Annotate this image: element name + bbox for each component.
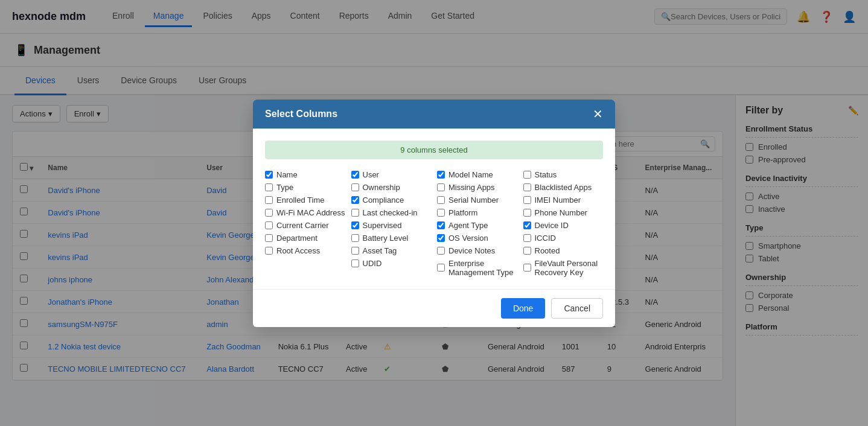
col-group-0: Name Type Enrolled Time Wi-Fi MAC Addres… <box>265 170 345 277</box>
modal-body: 9 columns selected Name Type Enrolled Ti… <box>253 129 615 289</box>
col-group-1: User Ownership Compliance Last checked-i… <box>351 170 432 277</box>
columns-selected-bar: 9 columns selected <box>265 141 603 159</box>
col-blacklisted-checkbox[interactable] <box>523 183 531 191</box>
col-item-blacklisted[interactable]: Blacklisted Apps <box>523 183 604 192</box>
modal-overlay[interactable]: Select Columns ✕ 9 columns selected Name… <box>0 0 868 426</box>
col-item-udid[interactable]: UDID <box>351 259 432 268</box>
col-last-checked-checkbox[interactable] <box>351 209 359 217</box>
col-item-status[interactable]: Status <box>523 170 604 179</box>
col-item-name[interactable]: Name <box>265 170 345 179</box>
col-item-compliance[interactable]: Compliance <box>351 196 432 205</box>
col-item-enrolled-time[interactable]: Enrolled Time <box>265 196 345 205</box>
col-filevault-checkbox[interactable] <box>523 264 531 272</box>
col-device-notes-checkbox[interactable] <box>437 247 445 255</box>
col-item-user[interactable]: User <box>351 170 432 179</box>
modal-title: Select Columns <box>265 109 337 119</box>
modal-header: Select Columns ✕ <box>253 100 615 129</box>
col-item-enterprise-mgmt[interactable]: Enterprise Management Type <box>437 259 517 277</box>
col-item-root-access[interactable]: Root Access <box>265 246 345 255</box>
col-user-checkbox[interactable] <box>351 171 359 179</box>
col-status-checkbox[interactable] <box>523 171 531 179</box>
col-rooted-checkbox[interactable] <box>523 247 531 255</box>
columns-grid: Name Type Enrolled Time Wi-Fi MAC Addres… <box>265 170 603 277</box>
col-item-platform[interactable]: Platform <box>437 208 517 217</box>
col-department-checkbox[interactable] <box>265 234 273 242</box>
col-item-filevault[interactable]: FileVault Personal Recovery Key <box>523 259 604 277</box>
col-type-checkbox[interactable] <box>265 183 273 191</box>
col-enterprise-mgmt-checkbox[interactable] <box>437 264 445 272</box>
col-battery-checkbox[interactable] <box>351 234 359 242</box>
col-item-rooted[interactable]: Rooted <box>523 246 604 255</box>
col-item-last-checked[interactable]: Last checked-in <box>351 208 432 217</box>
col-root-access-checkbox[interactable] <box>265 247 273 255</box>
col-item-device-id[interactable]: Device ID <box>523 221 604 230</box>
col-item-department[interactable]: Department <box>265 234 345 243</box>
col-item-missing-apps[interactable]: Missing Apps <box>437 183 517 192</box>
col-ownership-checkbox[interactable] <box>351 183 359 191</box>
col-current-carrier-checkbox[interactable] <box>265 221 273 229</box>
col-group-2: Model Name Missing Apps Serial Number Pl… <box>437 170 517 277</box>
col-item-phone-number[interactable]: Phone Number <box>523 208 604 217</box>
col-group-3: Status Blacklisted Apps IMEI Number Phon… <box>523 170 604 277</box>
col-udid-checkbox[interactable] <box>351 259 359 267</box>
modal-footer: Done Cancel <box>253 289 615 327</box>
col-wifi-mac-checkbox[interactable] <box>265 209 273 217</box>
col-item-os-version[interactable]: OS Version <box>437 234 517 243</box>
col-phone-number-checkbox[interactable] <box>523 209 531 217</box>
col-item-battery[interactable]: Battery Level <box>351 234 432 243</box>
col-item-supervised[interactable]: Supervised <box>351 221 432 230</box>
col-compliance-checkbox[interactable] <box>351 196 359 204</box>
col-item-iccid[interactable]: ICCID <box>523 234 604 243</box>
col-serial-number-checkbox[interactable] <box>437 196 445 204</box>
done-button[interactable]: Done <box>501 298 545 319</box>
col-missing-apps-checkbox[interactable] <box>437 183 445 191</box>
col-model-name-checkbox[interactable] <box>437 171 445 179</box>
modal-close-button[interactable]: ✕ <box>593 108 603 120</box>
col-item-device-notes[interactable]: Device Notes <box>437 246 517 255</box>
col-item-ownership[interactable]: Ownership <box>351 183 432 192</box>
col-item-agent-type[interactable]: Agent Type <box>437 221 517 230</box>
col-item-wifi-mac[interactable]: Wi-Fi MAC Address <box>265 208 345 217</box>
col-supervised-checkbox[interactable] <box>351 221 359 229</box>
col-asset-tag-checkbox[interactable] <box>351 247 359 255</box>
col-item-imei[interactable]: IMEI Number <box>523 196 604 205</box>
col-enrolled-time-checkbox[interactable] <box>265 196 273 204</box>
col-item-asset-tag[interactable]: Asset Tag <box>351 246 432 255</box>
col-imei-checkbox[interactable] <box>523 196 531 204</box>
select-columns-modal: Select Columns ✕ 9 columns selected Name… <box>253 100 615 327</box>
col-item-current-carrier[interactable]: Current Carrier <box>265 221 345 230</box>
col-platform-checkbox[interactable] <box>437 209 445 217</box>
col-iccid-checkbox[interactable] <box>523 234 531 242</box>
col-device-id-checkbox[interactable] <box>523 221 531 229</box>
col-agent-type-checkbox[interactable] <box>437 221 445 229</box>
col-item-serial-number[interactable]: Serial Number <box>437 196 517 205</box>
cancel-button[interactable]: Cancel <box>551 298 603 319</box>
col-os-version-checkbox[interactable] <box>437 234 445 242</box>
col-item-model-name[interactable]: Model Name <box>437 170 517 179</box>
col-item-type[interactable]: Type <box>265 183 345 192</box>
col-name-checkbox[interactable] <box>265 171 273 179</box>
